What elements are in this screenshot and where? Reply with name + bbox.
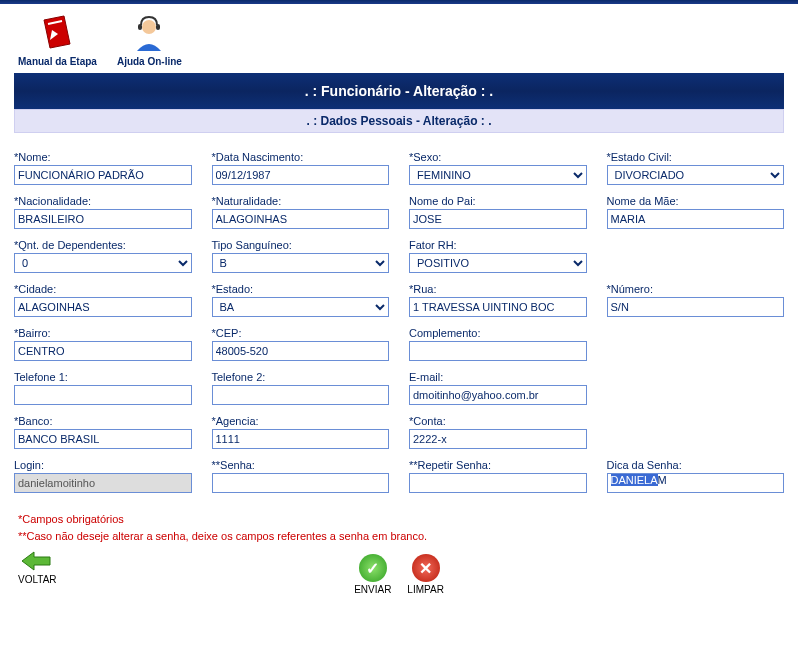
manual-label: Manual da Etapa — [18, 56, 97, 67]
book-icon — [36, 12, 78, 54]
nacionalidade-input[interactable] — [14, 209, 192, 229]
page-title: . : Funcionário - Alteração : . — [14, 73, 784, 109]
repetir-senha-input[interactable] — [409, 473, 587, 493]
ajuda-online-button[interactable]: Ajuda On-line — [117, 12, 182, 67]
tel2-input[interactable] — [212, 385, 390, 405]
label-banco: *Banco: — [14, 415, 192, 427]
arrow-left-icon — [20, 550, 54, 572]
svg-rect-2 — [156, 24, 160, 30]
limpar-button[interactable]: ✕ LIMPAR — [407, 554, 444, 595]
label-login: Login: — [14, 459, 192, 471]
label-senha: **Senha: — [212, 459, 390, 471]
label-nome-pai: Nome do Pai: — [409, 195, 587, 207]
label-dica: Dica da Senha: — [607, 459, 785, 471]
label-tipo-sang: Tipo Sanguíneo: — [212, 239, 390, 251]
form: *Nome: *Data Nascimento: *Sexo:FEMININO … — [0, 133, 798, 507]
numero-input[interactable] — [607, 297, 785, 317]
label-rua: *Rua: — [409, 283, 587, 295]
manual-da-etapa-button[interactable]: Manual da Etapa — [18, 12, 97, 67]
label-numero: *Número: — [607, 283, 785, 295]
label-agencia: *Agencia: — [212, 415, 390, 427]
voltar-label: VOLTAR — [18, 574, 57, 585]
label-cidade: *Cidade: — [14, 283, 192, 295]
label-sexo: *Sexo: — [409, 151, 587, 163]
enviar-button[interactable]: ✓ ENVIAR — [354, 554, 391, 595]
label-dependentes: *Qnt. de Dependentes: — [14, 239, 192, 251]
label-nome-mae: Nome da Mãe: — [607, 195, 785, 207]
label-complemento: Complemento: — [409, 327, 587, 339]
label-conta: *Conta: — [409, 415, 587, 427]
dependentes-select[interactable]: 0 — [14, 253, 192, 273]
tel1-input[interactable] — [14, 385, 192, 405]
limpar-label: LIMPAR — [407, 584, 444, 595]
sexo-select[interactable]: FEMININO — [409, 165, 587, 185]
email-input[interactable] — [409, 385, 587, 405]
label-fator-rh: Fator RH: — [409, 239, 587, 251]
x-icon: ✕ — [412, 554, 440, 582]
estado-civil-select[interactable]: DIVORCIADO — [607, 165, 785, 185]
dica-input[interactable] — [607, 473, 785, 493]
banco-input[interactable] — [14, 429, 192, 449]
rua-input[interactable] — [409, 297, 587, 317]
label-tel2: Telefone 2: — [212, 371, 390, 383]
footnotes: *Campos obrigatórios **Caso não deseje a… — [0, 507, 798, 550]
cidade-input[interactable] — [14, 297, 192, 317]
label-data-nasc: *Data Nascimento: — [212, 151, 390, 163]
label-nacionalidade: *Nacionalidade: — [14, 195, 192, 207]
data-nasc-input[interactable] — [212, 165, 390, 185]
voltar-button[interactable]: VOLTAR — [18, 550, 57, 585]
estado-select[interactable]: BA — [212, 297, 390, 317]
nome-pai-input[interactable] — [409, 209, 587, 229]
svg-rect-1 — [138, 24, 142, 30]
label-estado-civil: *Estado Civil: — [607, 151, 785, 163]
agencia-input[interactable] — [212, 429, 390, 449]
label-email: E-mail: — [409, 371, 587, 383]
nome-mae-input[interactable] — [607, 209, 785, 229]
label-bairro: *Bairro: — [14, 327, 192, 339]
header-icons: Manual da Etapa Ajuda On-line — [0, 4, 798, 73]
cep-input[interactable] — [212, 341, 390, 361]
login-input — [14, 473, 192, 493]
label-repetir-senha: **Repetir Senha: — [409, 459, 587, 471]
fator-rh-select[interactable]: POSITIVO — [409, 253, 587, 273]
senha-input[interactable] — [212, 473, 390, 493]
label-tel1: Telefone 1: — [14, 371, 192, 383]
note-required: *Campos obrigatórios — [18, 511, 780, 528]
ajuda-label: Ajuda On-line — [117, 56, 182, 67]
headset-person-icon — [128, 12, 170, 54]
svg-point-0 — [142, 20, 156, 34]
dica-input-wrapper[interactable]: DANIELAM — [607, 473, 785, 493]
complemento-input[interactable] — [409, 341, 587, 361]
naturalidade-input[interactable] — [212, 209, 390, 229]
label-cep: *CEP: — [212, 327, 390, 339]
tipo-sang-select[interactable]: B — [212, 253, 390, 273]
section-title: . : Dados Pessoais - Alteração : . — [14, 109, 784, 133]
bairro-input[interactable] — [14, 341, 192, 361]
label-estado: *Estado: — [212, 283, 390, 295]
label-naturalidade: *Naturalidade: — [212, 195, 390, 207]
conta-input[interactable] — [409, 429, 587, 449]
check-icon: ✓ — [359, 554, 387, 582]
label-nome: *Nome: — [14, 151, 192, 163]
enviar-label: ENVIAR — [354, 584, 391, 595]
action-buttons: VOLTAR ✓ ENVIAR ✕ LIMPAR — [0, 550, 798, 605]
note-password: **Caso não deseje alterar a senha, deixe… — [18, 528, 780, 545]
nome-input[interactable] — [14, 165, 192, 185]
